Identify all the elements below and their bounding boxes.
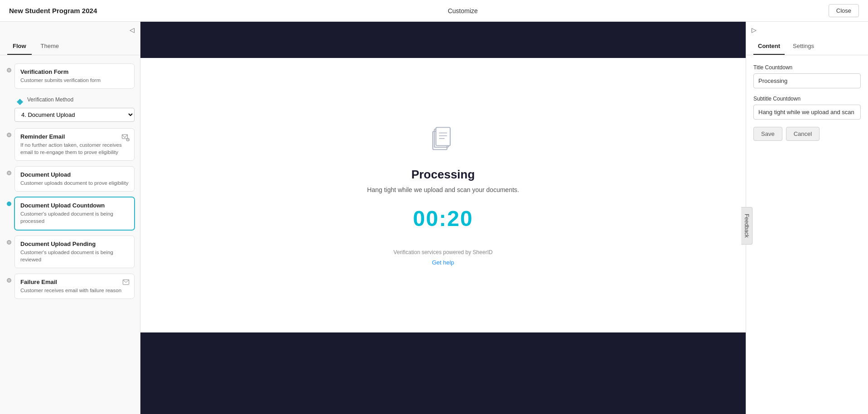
flow-card-failure-email[interactable]: Failure Email Customer receives email wi…: [14, 274, 135, 299]
verification-method-dropdown-wrapper: 4. Document Upload: [0, 106, 140, 125]
preview-title: Processing: [411, 168, 475, 182]
flow-card-title: Verification Form: [20, 68, 129, 75]
left-sidebar: ◁ Flow Theme Verification Form Customer …: [0, 22, 140, 414]
svg-rect-5: [436, 127, 450, 145]
flow-item-failure-email: Failure Email Customer receives email wi…: [0, 271, 140, 302]
right-panel: ▷ Content Settings Title Countdown Subti…: [746, 22, 868, 414]
center-preview: Processing Hang tight while we upload an…: [140, 22, 746, 414]
flow-card-title: Failure Email: [20, 279, 129, 285]
flow-card-verification-form[interactable]: Verification Form Customer submits verif…: [14, 63, 135, 89]
title-countdown-input[interactable]: [753, 73, 861, 88]
topbar: New Student Program 2024 Customize Close: [0, 0, 868, 22]
flow-dot-failure-email: [7, 278, 11, 283]
subtitle-countdown-input[interactable]: [753, 105, 861, 120]
flow-card-title: Document Upload Countdown: [20, 202, 129, 209]
flow-item-document-upload-countdown: Document Upload Countdown Customer's upl…: [0, 194, 140, 232]
subtitle-countdown-group: Subtitle Countdown: [753, 96, 861, 120]
get-help-link[interactable]: Get help: [432, 259, 454, 266]
verification-method-select[interactable]: 4. Document Upload: [14, 108, 135, 122]
right-collapse-icon: ▷: [752, 26, 757, 34]
flow-card-desc: Customer's uploaded document is being pr…: [20, 210, 129, 225]
save-button[interactable]: Save: [753, 127, 782, 141]
preview-subtitle: Hang tight while we upload and scan your…: [367, 186, 519, 193]
flow-item-document-upload-pending: Document Upload Pending Customer's uploa…: [0, 233, 140, 271]
flow-dot-document-upload-countdown: [7, 202, 11, 206]
flow-card-desc: Customer submits verification form: [20, 77, 129, 84]
flow-dot-document-upload: [7, 171, 11, 175]
flow-card-document-upload[interactable]: Document Upload Customer uploads documen…: [14, 166, 135, 192]
right-content: Title Countdown Subtitle Countdown Save …: [746, 55, 868, 150]
action-buttons: Save Cancel: [753, 127, 861, 141]
sidebar-collapse-button[interactable]: ◁: [0, 22, 140, 38]
page-title: Customize: [448, 7, 477, 14]
flow-card-title: Document Upload Pending: [20, 241, 129, 247]
flow-item-reminder-email: Reminder Email If no further action take…: [0, 125, 140, 164]
flow-item-document-upload: Document Upload Customer uploads documen…: [0, 164, 140, 194]
flow-card-desc: If no further action taken, customer rec…: [20, 141, 129, 156]
tab-settings[interactable]: Settings: [788, 38, 819, 55]
flow-card-document-upload-countdown[interactable]: Document Upload Countdown Customer's upl…: [14, 197, 135, 230]
flow-card-title: Document Upload: [20, 171, 129, 178]
main-layout: ◁ Flow Theme Verification Form Customer …: [0, 22, 868, 414]
flow-item-verification-form: Verification Form Customer submits verif…: [0, 61, 140, 91]
document-icon: [427, 125, 459, 159]
right-collapse-button[interactable]: ▷: [746, 22, 868, 38]
preview-timer: 00:20: [413, 206, 473, 231]
flow-dot-verification-form: [7, 68, 11, 72]
title-countdown-group: Title Countdown: [753, 64, 861, 88]
verification-method-label: Verification Method: [27, 96, 73, 103]
sidebar-tab-bar: Flow Theme: [0, 38, 140, 55]
flow-card-reminder-email[interactable]: Reminder Email If no further action take…: [14, 128, 135, 161]
preview-content: Processing Hang tight while we upload an…: [140, 58, 746, 332]
mail-clock-icon: [121, 133, 130, 143]
tab-flow[interactable]: Flow: [7, 38, 32, 55]
flow-dot-reminder-email: [7, 133, 11, 137]
subtitle-countdown-label: Subtitle Countdown: [753, 96, 861, 102]
flow-card-desc: Customer receives email with failure rea…: [20, 287, 129, 294]
flow-card-title: Reminder Email: [20, 133, 129, 140]
flow-card-desc: Customer's uploaded document is being re…: [20, 249, 129, 263]
tab-content[interactable]: Content: [753, 38, 785, 55]
collapse-icon: ◁: [130, 26, 135, 34]
close-button[interactable]: Close: [829, 4, 859, 17]
flow-card-desc: Customer uploads document to prove eligi…: [20, 179, 129, 187]
preview-bottom-bar: [140, 332, 746, 414]
right-tab-bar: Content Settings: [746, 38, 868, 55]
cancel-button[interactable]: Cancel: [786, 127, 820, 141]
app-title: New Student Program 2024: [9, 7, 97, 14]
flow-card-document-upload-pending[interactable]: Document Upload Pending Customer's uploa…: [14, 236, 135, 268]
preview-top-bar: [140, 22, 746, 58]
flow-dot-document-upload-pending: [7, 240, 11, 245]
flow-dot-verification-method: [17, 99, 23, 105]
feedback-tab[interactable]: Feedback: [742, 207, 753, 245]
tab-theme[interactable]: Theme: [35, 38, 64, 55]
preview-powered: Verification services powered by SheerID: [394, 249, 493, 255]
title-countdown-label: Title Countdown: [753, 64, 861, 71]
flow-list: Verification Form Customer submits verif…: [0, 55, 140, 307]
section-verification-method: Verification Method: [0, 91, 140, 106]
mail-icon: [122, 279, 130, 287]
